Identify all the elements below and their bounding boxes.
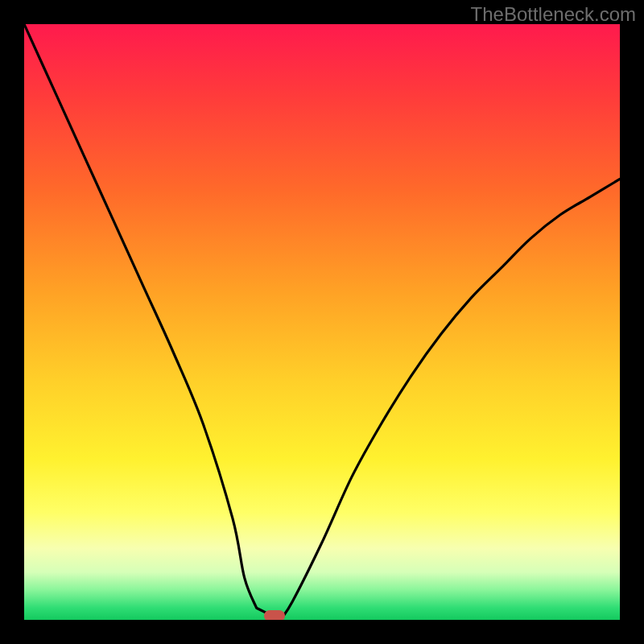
bottleneck-curve [24, 24, 620, 620]
plot-area [24, 24, 620, 620]
optimal-marker [264, 610, 285, 620]
chart-frame: TheBottleneck.com [0, 0, 644, 644]
watermark-text: TheBottleneck.com [471, 3, 636, 26]
